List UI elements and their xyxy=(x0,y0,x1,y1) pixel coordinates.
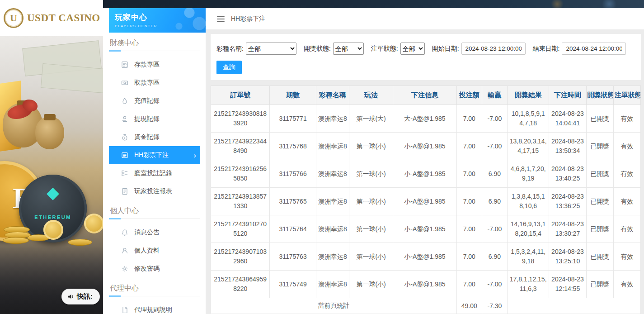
sidebar-item-withdrawal-records[interactable]: 提現記錄 xyxy=(109,110,200,128)
cell-win_loss: 6.90 xyxy=(482,243,507,271)
document-icon xyxy=(121,306,128,314)
room-records-icon xyxy=(121,170,128,177)
cell-draw_result: 4,6,8,1,7,20,9,19 xyxy=(508,160,549,188)
cell-bet_info: 小-A盤@1.985 xyxy=(393,243,456,271)
funds-icon xyxy=(121,133,128,141)
sidebar-item-player-bet-report[interactable]: 玩家投注報表 xyxy=(109,182,200,200)
cell-bet_info: 小-A盤@1.985 xyxy=(393,133,456,160)
cell-play: 第一球(小) xyxy=(349,188,393,215)
ethereum-label: ETHEREUM xyxy=(19,214,87,220)
table-row: 215217243910270512031175764澳洲幸运8第一球(小)小-… xyxy=(211,215,641,243)
cell-draw_result: 17,8,1,12,15,11,6,3 xyxy=(508,271,549,298)
table-row: 215217243916256585031175766澳洲幸运8第一球(小)小-… xyxy=(211,160,641,188)
news-ticker-button[interactable]: 快訊: xyxy=(61,289,100,304)
banknote-graphic xyxy=(41,63,103,93)
cell-period: 31175763 xyxy=(270,243,316,271)
lottery-name-select[interactable]: 全部 xyxy=(246,43,296,55)
bets-table: 訂單號期數彩種名稱玩法下注信息投注額輸贏開獎結果下注時間開獎狀態注單狀態 215… xyxy=(211,86,641,314)
recharge-icon xyxy=(121,97,128,105)
cell-play: 第一球(小) xyxy=(349,160,393,188)
sidebar-item-change-password[interactable]: 修改密碼 xyxy=(109,260,200,278)
cell-bet_status: 有效 xyxy=(613,271,640,298)
cell-bet_info: 小-A盤@1.985 xyxy=(393,160,456,188)
cell-bet_time: 2024-08-23 13:25:10 xyxy=(549,243,586,271)
draw-status-label: 開獎狀態: xyxy=(304,45,331,53)
cell-period: 31175766 xyxy=(270,160,316,188)
cell-draw_status: 已開獎 xyxy=(586,215,613,243)
sidebar-item-withdraw-area[interactable]: 取款專區 xyxy=(109,74,200,92)
cell-draw_status: 已開獎 xyxy=(586,133,613,160)
sidebar-item-recharge-records[interactable]: 充值記錄 xyxy=(109,92,200,110)
bell-icon xyxy=(121,229,128,236)
table-row: 215217243907103296031175763澳洲幸运8第一球(小)小-… xyxy=(211,243,641,271)
sidebar-item-label: 廳室投註記錄 xyxy=(134,169,172,177)
cell-bet_status: 有效 xyxy=(613,133,640,160)
query-button[interactable]: 查詢 xyxy=(216,61,242,74)
gold-coin-graphic xyxy=(43,220,63,240)
sidebar-item-agent-rules[interactable]: 代理規則說明 xyxy=(109,301,200,314)
column-header-draw_status: 開獎狀態 xyxy=(586,86,613,105)
cell-bet_time: 2024-08-23 13:36:25 xyxy=(549,188,586,215)
cell-period: 31175768 xyxy=(270,133,316,160)
end-date-input[interactable] xyxy=(562,43,626,55)
column-header-period: 期數 xyxy=(270,86,316,105)
cell-period: 31175765 xyxy=(270,188,316,215)
usdt-logo-icon: U xyxy=(4,8,24,28)
section-heading-agent: 代理中心 xyxy=(109,278,200,296)
sidebar-item-label: 修改密碼 xyxy=(134,265,160,273)
sidebar-item-label: 取款專區 xyxy=(134,79,160,87)
cell-play: 第一球(小) xyxy=(349,133,393,160)
cell-draw_result: 14,16,9,13,18,20,15,4 xyxy=(508,215,549,243)
cell-lottery: 澳洲幸运8 xyxy=(316,243,349,271)
start-date-input[interactable] xyxy=(461,43,526,55)
cell-period: 31175771 xyxy=(270,105,316,133)
cell-order_id: 2152172439223448490 xyxy=(211,133,270,160)
cell-lottery: 澳洲幸运8 xyxy=(316,133,349,160)
hamburger-menu-icon[interactable] xyxy=(217,16,225,22)
table-row: 215217243864959822031175749澳洲幸运8第一球(小)小-… xyxy=(211,271,641,298)
bet-status-select[interactable]: 全部 xyxy=(400,43,425,55)
withdraw-icon xyxy=(121,115,128,123)
sidebar-menu: 財務中心存款專區取款專區充值記錄提現記錄資金記錄HH彩票下注›廳室投註記錄玩家投… xyxy=(109,33,200,314)
table-row: 215217243913857133031175765澳洲幸运8第一球(小)小-… xyxy=(211,188,641,215)
main-content: HH彩票下注 彩種名稱: 全部 開獎狀態: 全部 注單狀態: 全部 開始日期: … xyxy=(206,8,644,314)
table-row: 215217243930818392031175771澳洲幸运8第一球(大)大-… xyxy=(211,105,641,133)
cell-bet_time: 2024-08-23 13:30:27 xyxy=(549,215,586,243)
draw-status-select[interactable]: 全部 xyxy=(333,43,364,55)
cell-draw_result: 1,5,3,2,4,11,9,18 xyxy=(508,243,549,271)
cell-play: 第一球(小) xyxy=(349,271,393,298)
cell-draw_status: 已開獎 xyxy=(586,243,613,271)
cell-bet_status: 有效 xyxy=(613,188,640,215)
cell-bet_time: 2024-08-23 14:04:41 xyxy=(549,105,586,133)
cell-period: 31175749 xyxy=(270,271,316,298)
ticket-icon xyxy=(121,152,128,159)
money-bag-graphic xyxy=(35,117,64,149)
gold-coin-graphic xyxy=(68,239,92,246)
speaker-icon xyxy=(67,293,74,300)
sidebar-item-deposit-area[interactable]: 存款專區 xyxy=(109,56,200,74)
gold-coin-graphic xyxy=(84,214,103,233)
cell-bet_status: 有效 xyxy=(613,243,640,271)
logo-monogram: U xyxy=(10,12,17,24)
summary-spacer xyxy=(508,298,641,314)
sidebar-item-profile[interactable]: 個人資料 xyxy=(109,242,200,260)
sidebar-item-room-bet-records[interactable]: 廳室投註記錄 xyxy=(109,164,200,182)
sidebar-item-announcements[interactable]: 消息公告 xyxy=(109,224,200,242)
table-header-row: 訂單號期數彩種名稱玩法下注信息投注額輸贏開獎結果下注時間開獎狀態注單狀態 xyxy=(211,86,641,105)
cell-order_id: 2152172439308183920 xyxy=(211,105,270,133)
column-header-draw_result: 開獎結果 xyxy=(508,86,549,105)
sidebar-item-hh-lottery-bets[interactable]: HH彩票下注› xyxy=(109,146,200,164)
sidebar-item-funds-records[interactable]: 資金記錄 xyxy=(109,128,200,146)
cell-bet_time: 2024-08-23 13:40:25 xyxy=(549,160,586,188)
column-header-bet_amount: 投注額 xyxy=(456,86,482,105)
end-date-label: 結束日期: xyxy=(533,45,560,53)
cell-play: 第一球(大) xyxy=(349,105,393,133)
cell-bet_status: 有效 xyxy=(613,160,640,188)
cell-draw_status: 已開獎 xyxy=(586,271,613,298)
page-title: HH彩票下注 xyxy=(231,15,265,23)
column-header-play: 玩法 xyxy=(349,86,393,105)
column-header-bet_time: 下注時間 xyxy=(549,86,586,105)
user-icon xyxy=(121,247,128,254)
cell-draw_status: 已開獎 xyxy=(586,105,613,133)
cell-bet_amount: 7.00 xyxy=(456,105,482,133)
